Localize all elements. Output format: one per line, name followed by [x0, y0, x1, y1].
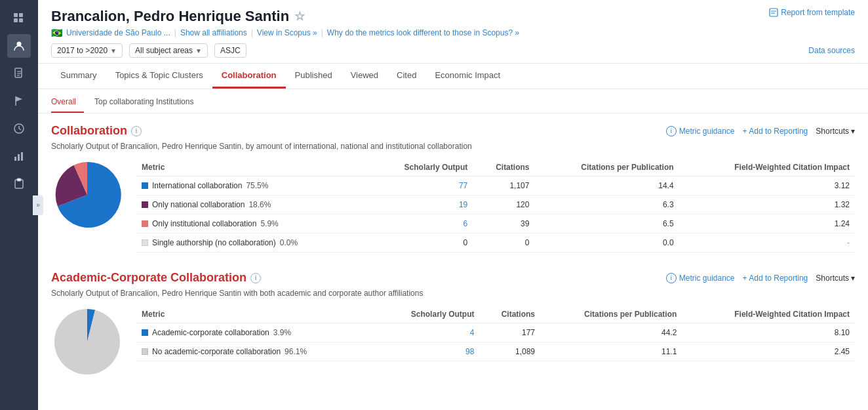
tab-summary[interactable]: Summary: [51, 64, 106, 89]
main-content: Brancalion, Pedro Henrique Santin ☆ Repo…: [38, 0, 868, 410]
sidebar-toggle[interactable]: »: [33, 195, 43, 215]
output-link[interactable]: 77: [370, 176, 473, 195]
tab-published[interactable]: Published: [286, 64, 342, 89]
asjc-tag: ASJC: [214, 43, 247, 58]
collaboration-section: Collaboration i i Metric guidance + Add …: [51, 124, 855, 253]
author-name: Brancalion, Pedro Henrique Santin: [51, 8, 289, 25]
academic-corporate-metric-guidance[interactable]: i Metric guidance: [666, 273, 735, 283]
shortcuts-chevron: ▾: [851, 127, 855, 136]
collaboration-pie-chart: [51, 159, 123, 231]
academic-corporate-section-actions: i Metric guidance + Add to Reporting Sho…: [666, 273, 855, 283]
sidebar-icon-document[interactable]: [7, 62, 31, 85]
metric-label: No academic-corporate collaboration 96.1…: [136, 342, 378, 361]
collaboration-section-actions: i Metric guidance + Add to Reporting Sho…: [666, 126, 855, 136]
tab-topics[interactable]: Topics & Topic Clusters: [106, 64, 212, 89]
sidebar-icon-flag[interactable]: [7, 89, 31, 113]
subtab-overall[interactable]: Overall: [51, 93, 84, 113]
academic-corporate-table: Metric Scholarly Output Citations Citati…: [136, 306, 855, 361]
tab-collaboration[interactable]: Collaboration: [212, 64, 286, 89]
color-dot-intl: [142, 182, 148, 189]
affiliation-row: 🇧🇷 Universidade de São Paulo ... | Show …: [51, 28, 855, 38]
tab-economic-impact[interactable]: Economic Impact: [425, 64, 509, 89]
fwci-val: 8.10: [682, 323, 855, 342]
col-output: Scholarly Output: [370, 159, 473, 176]
academic-corporate-desc: Scholarly Output of Brancalion, Pedro He…: [51, 289, 855, 298]
output-link[interactable]: 6: [370, 215, 473, 234]
collaboration-add-reporting[interactable]: + Add to Reporting: [743, 127, 808, 136]
sidebar-icon-person[interactable]: [7, 34, 31, 58]
metric-label: Single authorship (no collaboration) 0.0…: [136, 234, 370, 253]
metric-label: International collaboration 75.5%: [136, 176, 370, 195]
table-row: Only institutional collaboration 5.9% 6 …: [136, 215, 855, 234]
svg-rect-3: [19, 18, 23, 22]
sidebar-icon-grid[interactable]: [7, 7, 31, 30]
col-citations: Citations: [479, 306, 540, 323]
color-dot-institutional: [142, 220, 148, 227]
cpp-val: 6.5: [534, 215, 679, 234]
academic-corporate-table-container: Metric Scholarly Output Citations Citati…: [51, 306, 855, 378]
ac-shortcuts-chevron: ▾: [851, 274, 855, 283]
academic-corporate-info-icon[interactable]: i: [250, 273, 261, 283]
output-link[interactable]: 98: [378, 342, 480, 361]
color-dot-no-ac: [142, 348, 148, 355]
subject-filter-chevron: ▼: [195, 47, 202, 54]
star-icon[interactable]: ☆: [294, 9, 305, 24]
svg-rect-13: [14, 157, 16, 161]
fwci-val: 2.45: [682, 342, 855, 361]
table-row: Single authorship (no collaboration) 0.0…: [136, 234, 855, 253]
output-link[interactable]: 4: [378, 323, 480, 342]
citations-val: 1,107: [473, 176, 534, 195]
collaboration-shortcuts[interactable]: Shortcuts ▾: [816, 127, 855, 136]
collaboration-title: Collaboration i: [51, 124, 142, 138]
output-val: 0: [370, 234, 473, 253]
svg-rect-2: [14, 18, 18, 22]
citations-val: 0: [473, 234, 534, 253]
collaboration-section-header: Collaboration i i Metric guidance + Add …: [51, 124, 855, 138]
fwci-val: 1.24: [679, 215, 855, 234]
collaboration-info-icon[interactable]: i: [131, 126, 142, 136]
sidebar-icon-clipboard[interactable]: [7, 172, 31, 195]
color-dot-national: [142, 201, 148, 208]
collaboration-table-wrapper: Metric Scholarly Output Citations Citati…: [136, 159, 855, 253]
col-cpp: Citations per Publication: [540, 306, 682, 323]
tab-viewed[interactable]: Viewed: [342, 64, 387, 89]
year-filter-chevron: ▼: [110, 47, 117, 54]
tab-cited[interactable]: Cited: [387, 64, 425, 89]
content-area: Collaboration i i Metric guidance + Add …: [38, 113, 868, 410]
svg-rect-5: [15, 68, 22, 77]
academic-corporate-add-reporting[interactable]: + Add to Reporting: [743, 274, 808, 283]
output-link[interactable]: 19: [370, 195, 473, 215]
data-sources-link[interactable]: Data sources: [808, 46, 855, 55]
cpp-val: 0.0: [534, 234, 679, 253]
subject-filter[interactable]: All subject areas ▼: [129, 43, 208, 58]
affiliation-link[interactable]: Universidade de São Paulo ...: [66, 28, 170, 37]
year-filter[interactable]: 2017 to >2020 ▼: [51, 43, 123, 58]
collaboration-table: Metric Scholarly Output Citations Citati…: [136, 159, 855, 253]
author-name-group: Brancalion, Pedro Henrique Santin ☆: [51, 8, 305, 25]
svg-rect-1: [19, 13, 23, 17]
col-metric: Metric: [136, 159, 370, 176]
color-dot-ac: [142, 329, 148, 336]
collaboration-desc: Scholarly Output of Brancalion, Pedro He…: [51, 142, 855, 151]
academic-corporate-table-wrapper: Metric Scholarly Output Citations Citati…: [136, 306, 855, 361]
citations-val: 39: [473, 215, 534, 234]
show-all-affiliations[interactable]: Show all affiliations: [180, 28, 247, 37]
svg-rect-14: [18, 154, 20, 161]
view-in-scopus[interactable]: View in Scopus »: [257, 28, 317, 37]
why-different-link[interactable]: Why do the metrics look different to tho…: [327, 28, 519, 37]
fwci-val: 3.12: [679, 176, 855, 195]
report-from-template-button[interactable]: Report from template: [769, 8, 855, 17]
academic-corporate-shortcuts[interactable]: Shortcuts ▾: [816, 274, 855, 283]
academic-corporate-title: Academic-Corporate Collaboration i: [51, 271, 261, 285]
col-fwci: Field-Weighted Citation Impact: [682, 306, 855, 323]
color-dot-single: [142, 239, 148, 246]
flag-brazil: 🇧🇷: [51, 28, 62, 38]
collaboration-table-container: Metric Scholarly Output Citations Citati…: [51, 159, 855, 253]
sidebar-icon-clock[interactable]: [7, 117, 31, 140]
collaboration-metric-guidance[interactable]: i Metric guidance: [666, 126, 735, 136]
academic-corporate-pie-chart: [51, 306, 123, 378]
subtab-top-collaborating[interactable]: Top collaborating Institutions: [94, 93, 201, 113]
table-row: Academic-corporate collaboration 3.9% 4 …: [136, 323, 855, 342]
sidebar-icon-chart[interactable]: [7, 144, 31, 168]
cpp-val: 14.4: [534, 176, 679, 195]
